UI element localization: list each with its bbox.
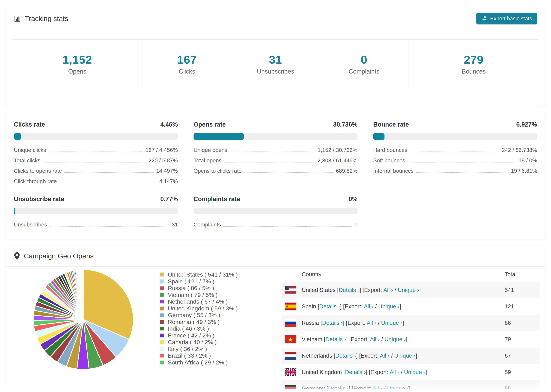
page-title-text: Tracking stats (25, 15, 68, 23)
geo-table-header-country: Country (282, 271, 505, 278)
rate-detail-value: 220 / 5.87% (148, 157, 178, 164)
bar-chart-icon (14, 15, 21, 22)
dotted-leader (408, 162, 516, 162)
rate-detail-value: 242 / 86.738% (502, 147, 537, 153)
export-basic-stats-button[interactable]: Export basic stats (476, 13, 537, 24)
country-cell: Russia [Details ›] [Export: All › / Uniq… (302, 320, 505, 326)
country-total: 59 (505, 369, 540, 375)
legend-item: Romania ( 49 / 3% ) (160, 319, 238, 325)
geo-title: Campaign Geo Opens (14, 252, 94, 260)
details-link[interactable]: Details › (325, 336, 346, 343)
export-unique-link[interactable]: Unique › (384, 336, 406, 343)
legend-label: Italy ( 36 / 2% ) (168, 346, 207, 352)
campaign-geo-opens-card: Campaign Geo Opens United States ( 541 /… (6, 245, 545, 389)
export-all-link[interactable]: All › (373, 385, 382, 389)
export-icon (481, 15, 487, 22)
stat-clicks-label: Clicks (145, 68, 229, 75)
legend-label: Canada ( 40 / 2% ) (168, 339, 217, 345)
details-link[interactable]: Details › (322, 320, 343, 326)
legend-label: United States ( 541 / 31% ) (168, 271, 238, 278)
export-unique-link[interactable]: Unique › (381, 320, 403, 326)
rates-grid: Clicks rate4.46%Unique clicks167 / 4.456… (14, 121, 537, 228)
geo-body: United States ( 541 / 31% )Spain ( 121 /… (6, 267, 545, 389)
legend-swatch (160, 347, 164, 351)
export-unique-link[interactable]: Unique › (378, 303, 400, 309)
legend-item: Netherlands ( 67 / 4% ) (160, 298, 238, 305)
flag-gb-icon (285, 368, 296, 376)
country-total: 55 (505, 385, 540, 389)
export-all-link[interactable]: All › (380, 352, 390, 359)
table-row-nl: Netherlands [Details ›] [Export: All › /… (282, 348, 540, 364)
legend-swatch (160, 300, 164, 304)
geo-pie-chart (32, 268, 135, 371)
stat-complaints-label: Complaints (322, 68, 406, 75)
legend-item: Vietnam ( 79 / 5% ) (160, 292, 238, 298)
geo-card-wrap: Campaign Geo Opens United States ( 541 /… (0, 245, 551, 389)
dotted-leader (43, 162, 146, 162)
rate-detail-label: Unique clicks (14, 147, 46, 153)
legend-swatch (160, 273, 164, 277)
rate-detail-label: Hard bounces (373, 147, 407, 153)
rate-progress-bar (194, 208, 357, 214)
country-total: 79 (505, 336, 540, 343)
legend-label: France ( 42 / 2% ) (168, 332, 214, 339)
rate-block-opens-rate: Opens rate30.736%Unique opens1,152 / 30.… (194, 121, 357, 185)
legend-swatch (160, 286, 164, 290)
rate-detail-row: Total opens2,303 / 61.446% (194, 157, 357, 164)
legend-swatch (160, 320, 164, 324)
rate-detail-row: Complaints0 (194, 222, 357, 228)
pie-slice-other[interactable] (83, 270, 83, 320)
details-link[interactable]: Details › (345, 369, 366, 375)
export-all-link[interactable]: All › (390, 369, 399, 375)
flag-nl-icon (285, 352, 296, 360)
rate-detail-row: Unique opens1,152 / 30.736% (194, 147, 357, 153)
legend-label: Romania ( 49 / 3% ) (168, 319, 219, 325)
country-name: Netherlands (302, 352, 334, 359)
rate-detail-value: 19 / 6.81% (511, 168, 537, 174)
rate-detail-value: 4.147% (159, 178, 178, 185)
rate-progress-fill (14, 133, 21, 140)
legend-swatch (160, 293, 164, 297)
rate-title: Clicks rate (14, 121, 45, 128)
dotted-leader (59, 183, 157, 183)
legend-swatch (160, 354, 164, 358)
legend-item: Canada ( 40 / 2% ) (160, 339, 238, 346)
rate-value: 0% (349, 196, 357, 203)
export-all-link[interactable]: All › (370, 336, 380, 343)
rate-progress-bar (194, 133, 357, 140)
country-cell: Vietnam [Details ›] [Export: All › / Uni… (302, 336, 505, 343)
export-all-link[interactable]: All › (367, 320, 376, 326)
tracking-stats-header: Tracking stats Export basic stats (6, 6, 545, 31)
stat-bounces-value: 279 (410, 53, 537, 66)
export-all-link[interactable]: All › (383, 287, 393, 293)
tracking-stats-page: Tracking stats Export basic stats 1,152 … (0, 6, 551, 392)
flag-ru-icon (285, 319, 296, 327)
legend-swatch (160, 306, 164, 311)
export-unique-link[interactable]: Unique › (404, 369, 425, 375)
rate-title: Unsubscribe rate (14, 196, 64, 203)
rate-detail-value: 2,303 / 61.446% (318, 157, 357, 164)
stat-complaints-value: 0 (322, 53, 406, 66)
rates-card: Clicks rate4.46%Unique clicks167 / 4.456… (6, 112, 545, 239)
rate-detail-value: 14.497% (156, 168, 178, 174)
stat-clicks-value: 167 (145, 53, 229, 66)
page-title: Tracking stats (14, 15, 68, 23)
geo-table-header-total: Total (505, 271, 540, 278)
details-link[interactable]: Details › (335, 352, 356, 359)
details-link[interactable]: Details › (339, 287, 359, 293)
export-unique-link[interactable]: Unique › (398, 287, 419, 293)
details-link[interactable]: Details › (328, 385, 349, 389)
country-cell: Spain [Details ›] [Export: All › / Uniqu… (302, 303, 505, 310)
export-unique-link[interactable]: Unique › (394, 352, 416, 359)
legend-item: Brazil ( 33 / 2% ) (160, 352, 238, 359)
export-all-link[interactable]: All › (364, 303, 374, 309)
country-total: 86 (505, 320, 540, 326)
rate-detail-value: 18 / 0% (518, 157, 537, 164)
dotted-leader (49, 226, 170, 227)
export-unique-link[interactable]: Unique › (387, 385, 409, 389)
rate-detail-label: Total clicks (14, 157, 40, 164)
details-link[interactable]: Details › (319, 303, 340, 309)
legend-item: France ( 42 / 2% ) (160, 332, 238, 339)
legend-label: Russia ( 86 / 5% ) (168, 285, 214, 291)
rate-block-bounce-rate: Bounce rate6.927%Hard bounces242 / 86.73… (373, 121, 537, 185)
